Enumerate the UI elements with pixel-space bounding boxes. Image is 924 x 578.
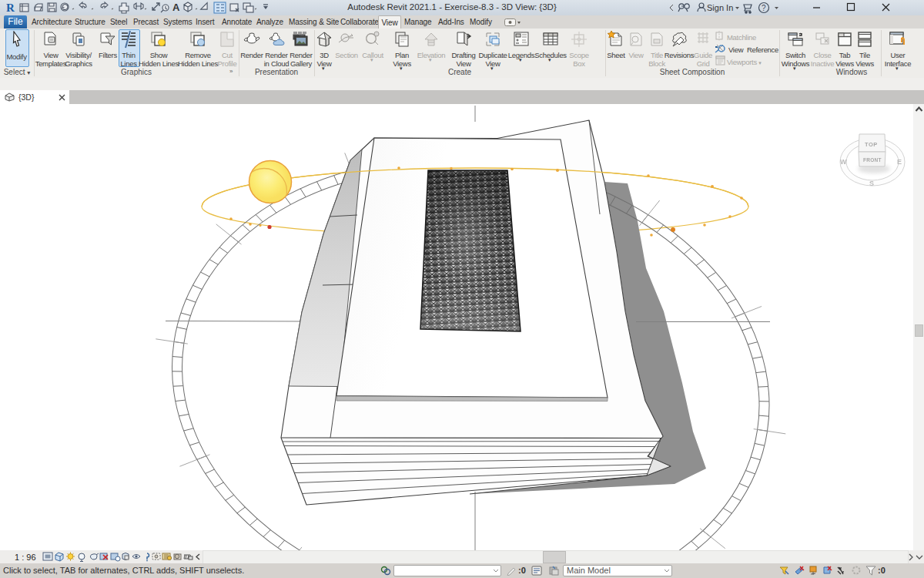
svg-text:W: W (840, 158, 847, 166)
svg-text:R: R (6, 2, 15, 14)
svg-text:S: S (869, 180, 874, 187)
svg-text:?: ? (762, 4, 766, 12)
svg-text:FRONT: FRONT (863, 157, 882, 163)
svg-text:Sign In: Sign In (707, 3, 733, 12)
svg-text:A: A (172, 2, 180, 13)
svg-text:E: E (897, 158, 902, 166)
svg-text:TOP: TOP (865, 141, 878, 148)
